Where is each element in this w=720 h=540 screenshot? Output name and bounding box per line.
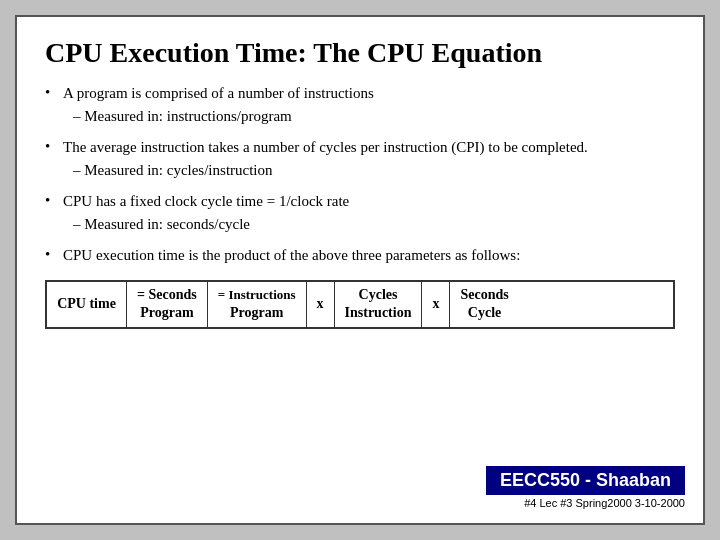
eq-equals-1: = Instructions Program <box>208 282 307 326</box>
bullet-text-2: The average instruction takes a number o… <box>63 137 675 158</box>
bullet-text-3: CPU has a fixed clock cycle time = 1/clo… <box>63 191 675 212</box>
bullet-section-4: • CPU execution time is the product of t… <box>45 245 675 266</box>
bullet-dot-3: • <box>45 191 63 209</box>
eq-cycles-instruction: Cycles Instruction <box>335 282 423 326</box>
bullet-text-1: A program is comprised of a number of in… <box>63 83 675 104</box>
bullet-section-2: • The average instruction takes a number… <box>45 137 675 181</box>
eq-seconds-program: = Seconds Program <box>127 282 208 326</box>
bullet-item-2: • The average instruction takes a number… <box>45 137 675 158</box>
eq-label-line1: CPU time <box>57 295 116 313</box>
eq-sec-cycle-line2: Cycle <box>468 304 501 322</box>
eq-seconds-cycle: Seconds Cycle <box>450 282 518 326</box>
sub-bullet-1: – Measured in: instructions/program <box>45 106 675 127</box>
eq-op2-sym: x <box>432 295 439 313</box>
sub-bullet-2: – Measured in: cycles/instruction <box>45 160 675 181</box>
eq-equals-sym: = Instructions <box>218 287 296 304</box>
eq-sec-cycle-line1: Seconds <box>460 286 508 304</box>
bullet-dot-2: • <box>45 137 63 155</box>
eq-seconds-line2: Program <box>140 304 193 322</box>
eq-label: CPU time <box>47 282 127 326</box>
bullet-text-4: CPU execution time is the product of the… <box>63 245 675 266</box>
eq-instructions-line2: Program <box>230 304 283 322</box>
bullet-item-3: • CPU has a fixed clock cycle time = 1/c… <box>45 191 675 212</box>
bullet-section-1: • A program is comprised of a number of … <box>45 83 675 127</box>
eq-cycles-line2: Instruction <box>345 304 412 322</box>
slide-title: CPU Execution Time: The CPU Equation <box>45 37 675 69</box>
eecc-badge: EECC550 - Shaaban <box>486 466 685 495</box>
footer: EECC550 - Shaaban #4 Lec #3 Spring2000 3… <box>486 466 685 509</box>
bullet-item-4: • CPU execution time is the product of t… <box>45 245 675 266</box>
eq-op1-sym: x <box>317 295 324 313</box>
footer-sub: #4 Lec #3 Spring2000 3-10-2000 <box>524 497 685 509</box>
slide-container: CPU Execution Time: The CPU Equation • A… <box>15 15 705 525</box>
eq-op2: x <box>422 282 450 326</box>
eq-op1: x <box>307 282 335 326</box>
eq-seconds-line1: = Seconds <box>137 286 197 304</box>
eq-cycles-line1: Cycles <box>359 286 398 304</box>
bullet-dot-4: • <box>45 245 63 263</box>
bullet-dot-1: • <box>45 83 63 101</box>
bullet-item-1: • A program is comprised of a number of … <box>45 83 675 104</box>
equation-box: CPU time = Seconds Program = Instruction… <box>45 280 675 328</box>
bullet-section-3: • CPU has a fixed clock cycle time = 1/c… <box>45 191 675 235</box>
sub-bullet-3: – Measured in: seconds/cycle <box>45 214 675 235</box>
